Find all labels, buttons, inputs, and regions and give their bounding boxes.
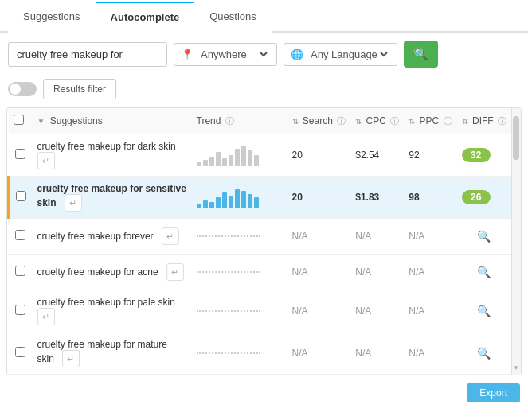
arrow-icon[interactable]: ↵ [37, 152, 55, 169]
col-header-checkbox [9, 108, 33, 134]
location-select-wrap: 📍 Anywhere [174, 43, 277, 66]
location-select[interactable]: Anywhere [198, 48, 270, 61]
col-header-ppc: ⇅ PPC ⓘ [404, 108, 456, 134]
search-value: 20 [292, 192, 303, 203]
arrow-icon[interactable]: ↵ [62, 350, 80, 368]
cpc-info-icon[interactable]: ⓘ [390, 116, 399, 126]
suggestion-text: cruelty free makeup for mature skin [37, 339, 167, 364]
col-sort-cpc-icon[interactable]: ⇅ [355, 117, 362, 126]
search-value: N/A [292, 266, 308, 278]
diff-cell: 32 [457, 134, 511, 177]
cpc-cell: N/A [350, 219, 404, 255]
search-value: N/A [292, 348, 308, 359]
row-checkbox[interactable] [15, 305, 25, 315]
bottom-bar: Export [0, 379, 528, 407]
table-row: cruelty free makeup for pale skin ↵ N/A … [9, 290, 522, 332]
suggestion-cell: cruelty free makeup for dark skin ↵ [33, 134, 192, 177]
col-header-cpc: ⇅ CPC ⓘ [350, 108, 404, 134]
results-filter-button[interactable]: Results filter [43, 79, 116, 99]
ppc-cell: N/A [404, 219, 456, 255]
cpc-value: $2.54 [355, 150, 379, 161]
col-header-suggestions: ▼ Suggestions [33, 108, 192, 134]
ppc-value: 98 [409, 192, 419, 203]
cpc-value: N/A [355, 305, 371, 317]
search-cell: N/A [287, 219, 351, 255]
table-row: cruelty free makeup for acne ↵ N/A N/A N… [9, 255, 522, 290]
results-table-wrap: ▼ Suggestions Trend ⓘ ⇅ Search ⓘ ⇅ CPC ⓘ [6, 107, 522, 375]
search-cell: 20 [287, 134, 351, 177]
suggestion-text: cruelty free makeup for pale skin [37, 297, 175, 308]
filter-bar: Results filter [0, 76, 528, 107]
checkbox-cell [9, 177, 33, 219]
row-checkbox[interactable] [15, 347, 25, 357]
trend-bars [197, 144, 283, 166]
checkbox-cell [9, 290, 33, 332]
trend-info-icon[interactable]: ⓘ [225, 116, 234, 126]
col-sort-ppc-icon[interactable]: ⇅ [409, 117, 415, 126]
tab-suggestions[interactable]: Suggestions [8, 2, 96, 33]
col-sort-suggestions-icon[interactable]: ▼ [37, 117, 45, 126]
search-cell: N/A [287, 290, 351, 332]
cpc-value: N/A [355, 348, 371, 359]
export-button[interactable]: Export [467, 383, 520, 402]
search-value: N/A [292, 305, 308, 317]
cpc-cell: $2.54 [350, 134, 404, 177]
scrollbar-thumb[interactable] [513, 116, 519, 160]
tab-bar: Suggestions Autocomplete Questions [0, 0, 528, 33]
cpc-cell: N/A [350, 290, 404, 332]
search-info-icon[interactable]: ⓘ [337, 116, 346, 126]
trend-bars [197, 186, 283, 208]
ppc-info-icon[interactable]: ⓘ [444, 116, 452, 126]
arrow-icon[interactable]: ↵ [162, 228, 179, 245]
suggestion-cell: cruelty free makeup for acne ↵ [33, 255, 192, 290]
language-select[interactable]: Any Language [307, 48, 390, 61]
scrollbar[interactable]: ▼ [511, 108, 521, 375]
results-filter-toggle[interactable] [8, 82, 37, 96]
tab-autocomplete[interactable]: Autocomplete [96, 2, 195, 33]
arrow-icon[interactable]: ↵ [166, 263, 184, 281]
trend-cell [192, 332, 287, 375]
ppc-cell: N/A [404, 332, 456, 375]
search-cell: 20 [287, 177, 351, 219]
search-glass-icon[interactable]: 🔍 [477, 305, 491, 317]
tab-questions[interactable]: Questions [194, 2, 272, 33]
row-checkbox[interactable] [15, 266, 25, 276]
checkbox-cell [9, 255, 33, 290]
search-icon: 🔍 [413, 47, 428, 61]
diff-info-icon[interactable]: ⓘ [498, 116, 506, 126]
search-glass-icon[interactable]: 🔍 [477, 347, 491, 360]
arrow-icon[interactable]: ↵ [65, 194, 82, 212]
suggestion-text: cruelty free makeup for dark skin [37, 141, 176, 152]
search-value: N/A [292, 231, 308, 242]
diff-cell: 26 [457, 177, 511, 219]
col-sort-search-icon[interactable]: ⇅ [292, 117, 299, 126]
arrow-icon[interactable]: ↵ [37, 308, 55, 325]
results-table: ▼ Suggestions Trend ⓘ ⇅ Search ⓘ ⇅ CPC ⓘ [7, 108, 521, 375]
ppc-value: N/A [409, 305, 424, 317]
col-sort-diff-icon[interactable]: ⇅ [462, 117, 468, 126]
trend-cell [192, 219, 287, 255]
col-header-search: ⇅ Search ⓘ [287, 108, 351, 134]
suggestion-cell: cruelty free makeup for pale skin ↵ [33, 290, 192, 332]
ppc-cell: 92 [404, 134, 456, 177]
ppc-value: 92 [409, 150, 419, 161]
search-button[interactable]: 🔍 [404, 41, 438, 68]
row-checkbox[interactable] [15, 149, 25, 159]
checkbox-cell [9, 332, 33, 375]
col-header-trend: Trend ⓘ [192, 108, 287, 134]
search-glass-icon[interactable]: 🔍 [477, 230, 491, 243]
select-all-checkbox[interactable] [14, 115, 24, 125]
location-pin-icon: 📍 [181, 49, 194, 60]
cpc-cell: $1.83 [350, 177, 404, 219]
row-checkbox[interactable] [15, 230, 25, 240]
scrollbar-down-arrow[interactable]: ▼ [513, 364, 519, 371]
diff-cell: 🔍 [457, 255, 511, 290]
cpc-cell: N/A [350, 255, 404, 290]
ppc-value: N/A [409, 231, 424, 242]
search-input[interactable] [8, 42, 167, 67]
search-bar: 📍 Anywhere 🌐 Any Language 🔍 [0, 33, 528, 76]
search-glass-icon[interactable]: 🔍 [477, 266, 491, 278]
table-row: cruelty free makeup for mature skin ↵ N/… [9, 332, 522, 375]
row-checkbox[interactable] [16, 191, 26, 201]
search-cell: N/A [287, 332, 351, 375]
